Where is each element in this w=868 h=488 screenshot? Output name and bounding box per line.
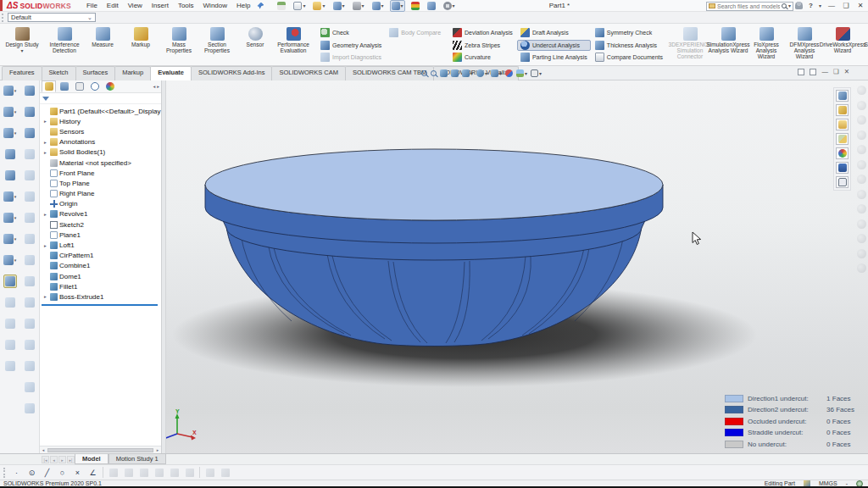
parting-line-analysis-button[interactable]: Parting Line Analysis (517, 52, 591, 64)
search-dropdown-icon[interactable]: ▾ (788, 3, 791, 8)
rib-tool-button[interactable]: ▾ (2, 232, 19, 246)
doc-tab-model[interactable]: Model (75, 454, 108, 464)
apply-scene-dropdown-icon[interactable]: ▾ (525, 71, 527, 76)
save-button[interactable]: ▾ (331, 0, 347, 12)
menu-insert[interactable]: Insert (152, 2, 169, 9)
doc-window-icon-2[interactable] (810, 69, 816, 75)
design-library-tab[interactable] (836, 104, 849, 116)
undo-dropdown-icon[interactable]: ▾ (381, 3, 384, 8)
menu-edit[interactable]: Edit (107, 2, 119, 9)
ellipse-button[interactable]: ○ (57, 467, 68, 478)
simulationxpress-analysis-wizard-button[interactable]: SimulationXpress Analysis Wizard (709, 25, 747, 64)
smart-dimension-button[interactable]: ∠ (87, 467, 98, 478)
tree-item-plane1[interactable]: Plane1 (40, 230, 161, 240)
trim-entities-button[interactable]: × (72, 467, 83, 478)
performance-evaluation-button[interactable]: Performance Evaluation (275, 25, 312, 64)
menu-view[interactable]: View (128, 2, 142, 9)
propertymanager-tab-tab[interactable] (57, 80, 71, 92)
chamfer-tool-button[interactable] (23, 105, 36, 119)
help-dropdown-icon[interactable]: ▾ (819, 3, 821, 8)
options-gear-button[interactable]: ▾ (442, 0, 457, 12)
deviation-analysis-button[interactable]: Deviation Analysis (449, 27, 516, 39)
home-tab[interactable] (836, 90, 849, 102)
circle-button[interactable]: ⊙ (26, 467, 37, 478)
tab-scroll-icon[interactable]: ▸| (67, 456, 75, 463)
hide-show-items-dropdown-icon[interactable]: ▾ (499, 71, 502, 76)
open-button[interactable]: ▾ (311, 0, 326, 12)
home-button[interactable] (275, 0, 287, 12)
sensor-button[interactable]: Sensor (236, 25, 274, 64)
pattern-tool-button[interactable]: ▾ (2, 211, 19, 225)
expand-arrow-icon[interactable]: ▸ (42, 212, 48, 217)
tree-horizontal-scrollbar[interactable]: ◂ ▸ (40, 446, 161, 453)
design-study-dropdown-icon[interactable]: ▾ (20, 48, 23, 53)
scrollbar-thumb[interactable] (47, 448, 153, 452)
driveworksxpress-wizard-button[interactable]: DriveWorksXpress Wizard (824, 25, 861, 64)
undercut-analysis-button[interactable]: Undercut Analysis (517, 40, 591, 52)
symmetry-check-button[interactable]: Symmetry Check (592, 27, 666, 39)
comments-tab[interactable] (836, 176, 849, 188)
compare-documents-button[interactable]: Compare Documents (592, 52, 666, 64)
close-button[interactable]: ✕ (856, 2, 865, 9)
swept-tool-button[interactable]: ▾ (2, 126, 19, 140)
configuration-dropdown[interactable]: Default ⌄ (8, 13, 96, 22)
tab-scroll-icon[interactable]: ◂ (50, 456, 58, 463)
file-properties-button[interactable] (426, 0, 437, 12)
view-settings-dropdown-icon[interactable]: ▾ (539, 71, 542, 76)
tree-item-combine1[interactable]: Combine1 (40, 261, 161, 271)
section-view-button[interactable] (451, 69, 459, 77)
tree-item-revolve1[interactable]: ▸Revolve1 (40, 209, 161, 219)
view-orientation-button[interactable]: ▾ (462, 69, 473, 77)
tree-item-front-plane[interactable]: Front Plane (40, 168, 161, 178)
tab-solidworks-cam[interactable]: SOLIDWORKS CAM (271, 66, 346, 80)
displaymanager-tab-tab[interactable] (103, 80, 117, 92)
view-palette-tab[interactable] (836, 133, 849, 145)
tab-features[interactable]: Features (2, 66, 42, 80)
cut-tool-dropdown-icon[interactable]: ▾ (14, 194, 17, 199)
scroll-right-icon[interactable]: ▸ (154, 447, 161, 452)
pattern-tool-dropdown-icon[interactable]: ▾ (14, 215, 17, 220)
tree-item-origin[interactable]: Origin (40, 199, 161, 209)
search-input[interactable] (717, 3, 780, 9)
sustainability-button[interactable]: Sustainability (862, 25, 868, 64)
apply-scene-button[interactable]: ▾ (516, 69, 527, 77)
tree-filter-row[interactable] (40, 93, 161, 104)
tab-scroll-icon[interactable]: |◂ (42, 456, 49, 463)
rib-tool-dropdown-icon[interactable]: ▾ (14, 236, 17, 241)
minimize-button[interactable]: — (827, 2, 836, 9)
tab-evaluate[interactable]: Evaluate (150, 66, 192, 80)
cut-tool-button[interactable]: ▾ (2, 190, 19, 203)
curve-tool-button[interactable]: ▾ (2, 253, 19, 267)
tree-item-fillet1[interactable]: Fillet1 (40, 281, 161, 291)
doc-window-icon[interactable] (798, 69, 804, 75)
draft-analysis-button[interactable]: Draft Analysis (517, 27, 591, 39)
tab-markup[interactable]: Markup (114, 66, 151, 80)
edit-appearance-button[interactable] (505, 69, 513, 77)
hide-show-items-button[interactable]: ▾ (491, 69, 502, 77)
new-document-dropdown-icon[interactable]: ▾ (303, 3, 305, 8)
thickness-analysis-button[interactable]: Thickness Analysis (592, 40, 666, 52)
scroll-left-icon[interactable]: ◂ (40, 447, 47, 452)
search-box[interactable]: ▾ (706, 2, 793, 11)
zoom-to-fit-button[interactable] (421, 70, 427, 76)
new-document-button[interactable]: ▾ (292, 0, 307, 12)
design-study-button[interactable]: Design Study▾ (3, 25, 41, 64)
section-properties-button[interactable]: Section Properties (198, 25, 236, 64)
custom-properties-tab[interactable] (836, 162, 849, 174)
markup-button[interactable]: Markup (122, 25, 159, 64)
tree-tab-arrow-icon[interactable]: ◂ (153, 84, 155, 89)
fillet-tool-button[interactable] (23, 84, 36, 97)
graphics-viewport[interactable]: Y X Z Direction1 undercut:1 FacesDirecti… (166, 80, 868, 453)
doc-tab-motion-study-1[interactable]: Motion Study 1 (108, 454, 166, 464)
doc-restore-button[interactable]: ❑ (833, 68, 839, 75)
tree-item-annotations[interactable]: ▸Annotations (40, 137, 161, 147)
tree-item-boss-extrude1[interactable]: ▸Boss-Extrude1 (40, 291, 161, 302)
expand-arrow-icon[interactable]: ▸ (42, 294, 48, 299)
measure-button[interactable]: Measure (84, 25, 121, 64)
display-style-button[interactable]: ▾ (476, 69, 487, 77)
view-settings-button[interactable]: ▾ (531, 69, 542, 77)
shell-tool-button[interactable] (23, 126, 36, 140)
boundary-tool-button[interactable] (3, 169, 17, 182)
tab-surfaces[interactable]: Surfaces (75, 66, 116, 80)
menu-window[interactable]: Window (203, 2, 227, 9)
